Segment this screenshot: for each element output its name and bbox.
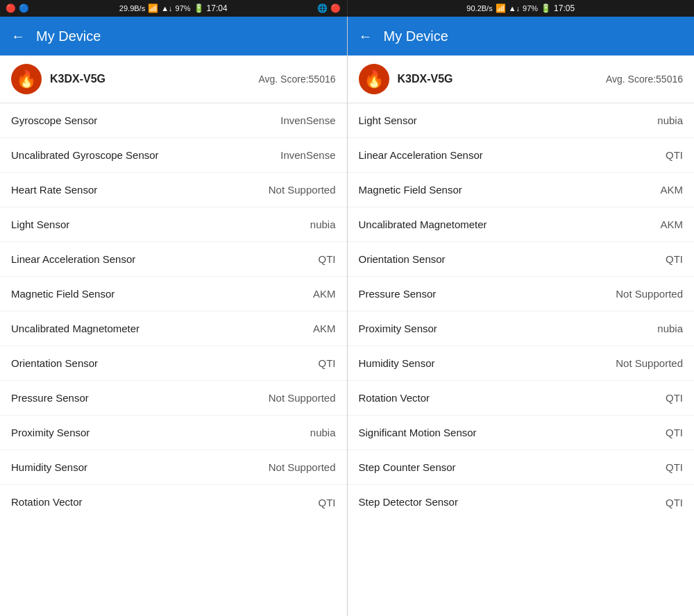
status-bar-right: 90.2B/s 📶 ▲↓ 97% 🔋 17:05 (347, 0, 695, 17)
sensor-value: InvenSense (280, 149, 335, 161)
sensor-row: Gyroscope SensorInvenSense (0, 103, 347, 138)
right-back-button[interactable]: ← (359, 28, 373, 44)
battery-pct-right: 97% (523, 4, 538, 12)
sensor-name: Significant Motion Sensor (359, 426, 661, 440)
app-icon-blue: 🔵 (19, 3, 29, 13)
app-icon-red: 🔴 (6, 3, 16, 13)
time-left: 17:04 (207, 3, 228, 13)
sensor-name: Gyroscope Sensor (11, 114, 275, 128)
signal-icon-left: ▲↓ (161, 4, 172, 12)
sensor-row: Uncalibrated MagnetometerAKM (0, 311, 347, 346)
right-device-name: K3DX-V5G (398, 73, 606, 85)
status-bar-container: 🔴 🔵 29.9B/s 📶 ▲↓ 97% 🔋 17:04 🌐 🔴 90.2B/s… (0, 0, 694, 17)
sensor-row: Orientation SensorQTI (0, 346, 347, 381)
right-sensor-list[interactable]: Light SensornubiaLinear Acceleration Sen… (348, 103, 695, 616)
status-bar-right-center: 90.2B/s 📶 ▲↓ 97% 🔋 17:05 (466, 3, 575, 13)
sensor-name: Rotation Vector (11, 495, 313, 509)
left-sensor-list[interactable]: Gyroscope SensorInvenSenseUncalibrated G… (0, 103, 347, 616)
sensor-row: Significant Motion SensorQTI (348, 416, 695, 450)
battery-icon-left: 🔋 (194, 3, 204, 13)
sensor-value: AKM (313, 323, 336, 334)
sensor-name: Heart Rate Sensor (11, 183, 263, 197)
sensor-value: QTI (666, 253, 683, 265)
sensor-name: Proximity Sensor (359, 322, 652, 336)
sensor-value: nubia (657, 323, 683, 334)
sensor-name: Orientation Sensor (11, 357, 313, 370)
sensor-row: Uncalibrated MagnetometerAKM (348, 207, 695, 242)
status-bar-left-center: 29.9B/s 📶 ▲↓ 97% 🔋 17:04 (119, 3, 228, 13)
left-device-icon: 🔥 (11, 64, 42, 94)
sensor-row: Heart Rate SensorNot Supported (0, 173, 347, 207)
sensor-value: QTI (666, 427, 683, 438)
time-right: 17:05 (554, 3, 575, 13)
status-bar-left-right-icons: 🌐 🔴 (317, 3, 341, 13)
sensor-name: Pressure Sensor (359, 287, 611, 301)
sensor-name: Orientation Sensor (359, 253, 661, 266)
sensor-value: QTI (666, 461, 683, 473)
sensor-value: AKM (313, 288, 336, 300)
sensor-value: AKM (660, 184, 683, 196)
battery-icon-right: 🔋 (541, 3, 551, 13)
status-bar-left: 🔴 🔵 29.9B/s 📶 ▲↓ 97% 🔋 17:04 🌐 🔴 (0, 0, 347, 17)
sensor-name: Humidity Sensor (359, 357, 611, 370)
left-back-button[interactable]: ← (11, 28, 25, 44)
network-speed-right: 90.2B/s (466, 4, 492, 12)
sensor-name: Uncalibrated Gyroscope Sensor (11, 148, 275, 162)
left-app-header: ← My Device (0, 17, 347, 55)
sensor-name: Light Sensor (11, 218, 305, 232)
battery-pct-left: 97% (176, 4, 191, 12)
left-avg-score: Avg. Score:55016 (258, 74, 335, 85)
sensor-name: Step Counter Sensor (359, 461, 661, 474)
sensor-value: QTI (319, 497, 336, 508)
sensor-value: QTI (666, 497, 683, 508)
main-container: ← My Device 🔥 K3DX-V5G Avg. Score:55016 … (0, 17, 694, 616)
sensor-value: Not Supported (269, 184, 336, 196)
sensor-value: QTI (319, 253, 336, 265)
sensor-row: Step Counter SensorQTI (348, 450, 695, 485)
sensor-name: Uncalibrated Magnetometer (359, 218, 655, 232)
sensor-row: Linear Acceleration SensorQTI (348, 138, 695, 173)
sensor-row: Humidity SensorNot Supported (0, 450, 347, 485)
sensor-value: Not Supported (616, 357, 683, 369)
sensor-value: AKM (660, 219, 683, 230)
sensor-value: InvenSense (280, 114, 335, 126)
sensor-name: Pressure Sensor (11, 391, 263, 405)
right-phone-panel: ← My Device 🔥 K3DX-V5G Avg. Score:55016 … (348, 17, 695, 616)
network-speed-left: 29.9B/s (119, 4, 145, 12)
sensor-name: Magnetic Field Sensor (11, 287, 307, 301)
sensor-row: Rotation VectorQTI (0, 485, 347, 520)
signal-icon-right: ▲↓ (509, 4, 520, 12)
status-icon-flame: 🔴 (330, 3, 341, 13)
sensor-name: Rotation Vector (359, 391, 661, 405)
sensor-row: Proximity Sensornubia (0, 416, 347, 450)
sensor-row: Rotation VectorQTI (348, 381, 695, 416)
sensor-name: Uncalibrated Magnetometer (11, 322, 307, 336)
sensor-value: Not Supported (269, 392, 336, 404)
sensor-value: Not Supported (616, 288, 683, 300)
right-app-header: ← My Device (348, 17, 695, 55)
sensor-row: Linear Acceleration SensorQTI (0, 242, 347, 277)
sensor-name: Light Sensor (359, 114, 652, 128)
sensor-row: Uncalibrated Gyroscope SensorInvenSense (0, 138, 347, 173)
left-header-title: My Device (36, 28, 101, 44)
sensor-value: nubia (310, 219, 336, 230)
left-phone-panel: ← My Device 🔥 K3DX-V5G Avg. Score:55016 … (0, 17, 348, 616)
left-device-name: K3DX-V5G (50, 73, 258, 85)
right-avg-score: Avg. Score:55016 (606, 74, 683, 85)
wifi-icon-right: 📶 (496, 3, 506, 13)
sensor-row: Orientation SensorQTI (348, 242, 695, 277)
sensor-name: Step Detector Sensor (359, 495, 661, 509)
sensor-value: QTI (666, 149, 683, 161)
sensor-value: QTI (666, 392, 683, 404)
sensor-row: Pressure SensorNot Supported (348, 277, 695, 311)
status-bar-left-icons: 🔴 🔵 (6, 3, 29, 13)
sensor-row: Magnetic Field SensorAKM (0, 277, 347, 311)
sensor-value: Not Supported (269, 461, 336, 473)
right-header-title: My Device (384, 28, 448, 44)
wifi-icon-left: 📶 (148, 3, 158, 13)
sensor-name: Linear Acceleration Sensor (11, 253, 313, 266)
sensor-row: Light Sensornubia (0, 207, 347, 242)
sensor-value: nubia (310, 427, 336, 438)
status-icon-globe: 🌐 (317, 3, 328, 13)
svg-text:🔥: 🔥 (364, 69, 384, 89)
